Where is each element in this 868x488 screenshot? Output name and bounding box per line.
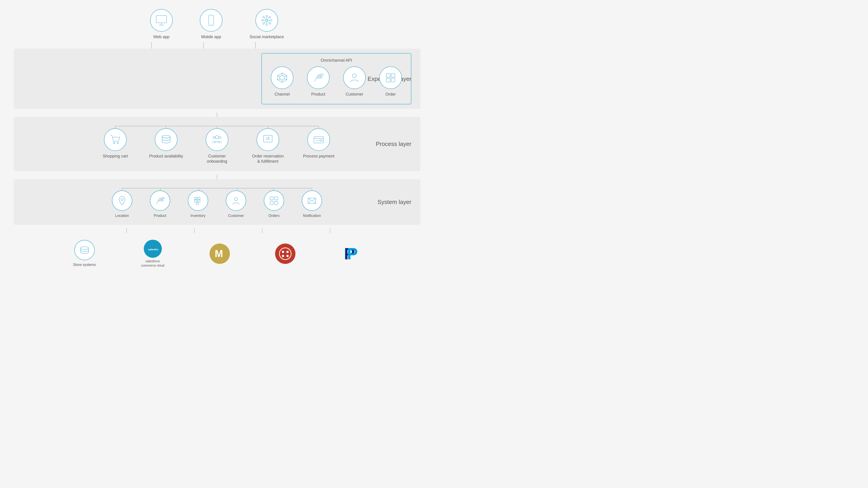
- order-reservation-icon: [256, 128, 279, 151]
- twilio-logo: [275, 243, 296, 264]
- system-inventory: Inventory: [180, 191, 216, 218]
- customer-sys-label: Customer: [228, 214, 244, 218]
- channel-mobile-app: Mobile app: [200, 9, 222, 39]
- omnichannel-box: Omnichannel API: [261, 53, 411, 104]
- svg-rect-89: [270, 201, 273, 204]
- system-location: Location: [104, 191, 140, 218]
- process-layer: Process layer: [13, 117, 421, 171]
- svg-point-86: [235, 197, 238, 201]
- channel-web-app: Web app: [150, 9, 173, 39]
- connector-proc-sys: [59, 175, 375, 179]
- process-customer-onboarding: Customer onboarding: [194, 128, 240, 164]
- salesforce-icon: salesforce salesforcecommerce cloud: [141, 240, 164, 267]
- mobile-app-label: Mobile app: [201, 34, 221, 39]
- svg-rect-0: [156, 15, 166, 23]
- product-exp-label: Product: [311, 92, 325, 97]
- channel-icon: [271, 66, 293, 89]
- svg-line-28: [285, 76, 287, 76]
- svg-point-104: [282, 255, 284, 257]
- order-exp-label: Order: [385, 92, 396, 97]
- process-payment-label: Process payment: [303, 154, 334, 159]
- svg-point-102: [282, 251, 284, 253]
- svg-point-98: [81, 247, 89, 250]
- system-product: Product: [142, 191, 178, 218]
- omnichannel-icons: Channel: [271, 66, 402, 97]
- svg-point-7: [266, 24, 268, 26]
- svg-rect-41: [391, 73, 395, 77]
- shopping-cart-label: Shopping cart: [103, 154, 128, 159]
- system-customer: Customer: [218, 191, 254, 218]
- inventory-icon: [188, 191, 208, 211]
- shopping-cart-icon: [104, 128, 127, 151]
- omnichannel-title: Omnichannel API: [320, 58, 352, 63]
- customer-sys-icon: [226, 191, 246, 211]
- location-icon: [112, 191, 132, 211]
- product-availability-icon: [155, 128, 178, 151]
- connector-exp-proc: [59, 112, 375, 117]
- web-app-label: Web app: [153, 34, 169, 39]
- svg-rect-87: [270, 197, 273, 200]
- order-exp-icon: [379, 66, 402, 89]
- svg-line-32: [277, 76, 280, 76]
- svg-rect-65: [320, 140, 322, 141]
- svg-rect-3: [209, 15, 214, 26]
- system-orders: Orders: [256, 191, 292, 218]
- svg-line-38: [317, 74, 321, 78]
- paypal-icon: P P: [341, 243, 361, 264]
- gmail-icon: M: [210, 243, 230, 264]
- system-layer: System layer: [13, 179, 421, 225]
- twilio-icon: [275, 243, 296, 264]
- svg-rect-42: [386, 78, 390, 82]
- svg-point-6: [266, 15, 268, 17]
- svg-point-36: [321, 74, 323, 76]
- product-availability-label: Product availability: [149, 154, 183, 159]
- svg-point-78: [162, 197, 164, 199]
- svg-point-39: [352, 74, 356, 78]
- process-layer-title: Process layer: [376, 140, 412, 148]
- orders-sys-icon: [264, 191, 284, 211]
- customer-onboarding-label: Customer onboarding: [207, 154, 227, 164]
- notification-label: Notification: [303, 214, 321, 218]
- svg-point-12: [269, 17, 271, 18]
- svg-point-13: [263, 23, 264, 24]
- svg-rect-43: [391, 78, 395, 82]
- svg-line-19: [268, 21, 269, 23]
- process-product-availability: Product availability: [144, 128, 189, 159]
- social-marketplace-label: Social marketplace: [250, 34, 284, 39]
- svg-point-58: [219, 136, 221, 139]
- salesforce-logo: salesforce salesforcecommerce cloud: [141, 240, 164, 267]
- svg-point-51: [114, 142, 115, 144]
- omni-product-item: Product: [307, 66, 330, 97]
- svg-rect-90: [275, 201, 278, 204]
- svg-rect-81: [195, 200, 197, 202]
- svg-rect-88: [275, 197, 278, 200]
- svg-point-57: [213, 136, 215, 139]
- svg-line-20: [268, 18, 269, 20]
- experience-layer: Experience layer Omnichannel API: [13, 48, 421, 109]
- svg-point-101: [279, 248, 291, 260]
- process-shopping-cart: Shopping cart: [93, 128, 138, 159]
- omni-customer-item: Customer: [343, 66, 366, 97]
- process-payment: Process payment: [296, 128, 341, 159]
- svg-line-92: [308, 201, 310, 203]
- store-systems-logo: Store systems: [73, 240, 96, 267]
- salesforce-label: salesforcecommerce cloud: [141, 259, 164, 267]
- channels-row: Web app Mobile app: [13, 9, 421, 39]
- svg-line-21: [264, 21, 266, 23]
- process-payment-icon: [307, 128, 330, 151]
- svg-rect-83: [195, 197, 197, 199]
- product-exp-icon: [307, 66, 330, 89]
- svg-text:P: P: [347, 245, 358, 263]
- order-reservation-label: Order reservation & fulfillment: [252, 154, 284, 164]
- orders-sys-label: Orders: [269, 214, 280, 218]
- paypal-logo: P P: [341, 243, 361, 264]
- svg-point-10: [263, 17, 264, 18]
- svg-line-93: [313, 201, 316, 203]
- svg-point-11: [269, 23, 271, 24]
- svg-rect-40: [386, 73, 390, 77]
- omni-channel-item: Channel: [271, 66, 293, 97]
- mobile-app-icon: [200, 9, 222, 32]
- customer-onboarding-icon: [206, 128, 228, 151]
- svg-marker-26: [280, 75, 285, 80]
- svg-text:salesforce: salesforce: [148, 248, 158, 251]
